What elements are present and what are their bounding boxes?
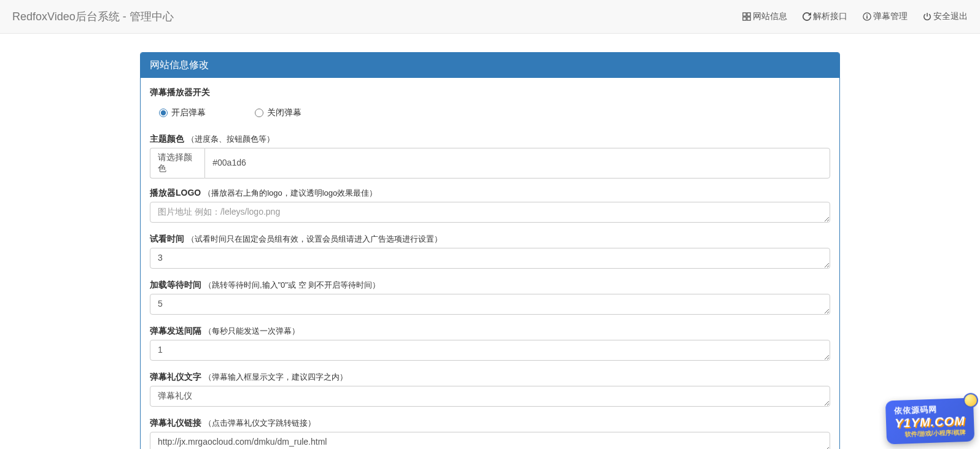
panel-title: 网站信息修改: [141, 53, 839, 78]
danmu-on-option[interactable]: 开启弹幕: [159, 107, 206, 118]
loading-wait-group: 加载等待时间 （跳转等待时间,输入"0"或 空 则不开启等待时间） 5: [150, 280, 830, 317]
radio-label: 关闭弹幕: [267, 107, 301, 118]
loading-wait-label: 加载等待时间 （跳转等待时间,输入"0"或 空 则不开启等待时间）: [150, 280, 830, 291]
refresh-icon: [803, 12, 811, 21]
settings-panel: 网站信息修改 弹幕播放器开关 开启弹幕 关闭弹幕 主题颜色: [140, 52, 840, 449]
watermark-sub: 软件/游戏/小程序/棋牌: [895, 428, 966, 439]
svg-rect-0: [743, 13, 746, 16]
color-picker-addon[interactable]: 请选择颜色: [150, 148, 204, 178]
nav-label: 解析接口: [813, 11, 847, 22]
danmu-interval-label: 弹幕发送间隔 （每秒只能发送一次弹幕）: [150, 326, 830, 337]
danmu-switch-label: 弹幕播放器开关: [150, 87, 830, 98]
player-logo-hint: （播放器右上角的logo，建议透明logo效果最佳）: [203, 188, 377, 198]
preview-time-hint: （试看时间只在固定会员组有效，设置会员组请进入广告选项进行设置）: [187, 234, 442, 244]
etiquette-link-label: 弹幕礼仪链接 （点击弹幕礼仪文字跳转链接）: [150, 418, 830, 429]
theme-color-input[interactable]: [204, 148, 830, 178]
loading-wait-hint: （跳转等待时间,输入"0"或 空 则不开启等待时间）: [204, 280, 380, 290]
danmu-interval-hint: （每秒只能发送一次弹幕）: [204, 326, 300, 336]
info-icon: [863, 12, 871, 21]
navbar: RedfoxVideo后台系统 - 管理中心 网站信息 解析接口 弹幕管理 安全…: [0, 0, 980, 34]
svg-rect-6: [866, 16, 868, 18]
svg-rect-2: [743, 17, 746, 20]
etiquette-text-label: 弹幕礼仪文字 （弹幕输入框显示文字，建议四字之内）: [150, 372, 830, 383]
preview-time-group: 试看时间 （试看时间只在固定会员组有效，设置会员组请进入广告选项进行设置） 3: [150, 234, 830, 271]
player-logo-input[interactable]: [150, 202, 830, 223]
svg-point-5: [866, 15, 868, 16]
danmu-switch-group: 弹幕播放器开关 开启弹幕 关闭弹幕: [150, 87, 830, 125]
danmu-interval-group: 弹幕发送间隔 （每秒只能发送一次弹幕） 1: [150, 326, 830, 363]
danmu-switch-options: 开启弹幕 关闭弹幕: [150, 101, 830, 125]
player-logo-label: 播放器LOGO （播放器右上角的logo，建议透明logo效果最佳）: [150, 188, 830, 199]
player-logo-group: 播放器LOGO （播放器右上角的logo，建议透明logo效果最佳）: [150, 188, 830, 224]
svg-rect-1: [747, 13, 750, 16]
nav-danmu-manage[interactable]: 弹幕管理: [863, 11, 908, 22]
watermark-badge: 依依源码网 Y1YM.COM 软件/游戏/小程序/棋牌: [885, 398, 974, 445]
power-icon: [923, 12, 931, 21]
app-title: RedfoxVideo后台系统 - 管理中心: [12, 9, 174, 24]
preview-time-label: 试看时间 （试看时间只在固定会员组有效，设置会员组请进入广告选项进行设置）: [150, 234, 830, 245]
etiquette-text-hint: （弹幕输入框显示文字，建议四字之内）: [204, 372, 348, 382]
theme-color-group: 主题颜色 （进度条、按钮颜色等） 请选择颜色: [150, 134, 830, 178]
danmu-off-radio[interactable]: [255, 109, 263, 117]
theme-color-input-group: 请选择颜色: [150, 148, 830, 178]
loading-wait-input[interactable]: 5: [150, 294, 830, 315]
etiquette-link-group: 弹幕礼仪链接 （点击弹幕礼仪文字跳转链接） http://jx.mrgaoclo…: [150, 418, 830, 449]
watermark-circle-icon: [963, 393, 978, 408]
nav-site-info[interactable]: 网站信息: [742, 11, 787, 22]
nav-label: 安全退出: [933, 11, 968, 22]
etiquette-text-group: 弹幕礼仪文字 （弹幕输入框显示文字，建议四字之内） 弹幕礼仪: [150, 372, 830, 409]
grid-icon: [742, 12, 751, 21]
etiquette-text-input[interactable]: 弹幕礼仪: [150, 386, 830, 407]
etiquette-link-input[interactable]: http://jx.mrgaocloud.com/dmku/dm_rule.ht…: [150, 432, 830, 449]
nav-label: 弹幕管理: [873, 11, 908, 22]
theme-color-label: 主题颜色 （进度条、按钮颜色等）: [150, 134, 830, 145]
nav-menu: 网站信息 解析接口 弹幕管理 安全退出: [742, 11, 968, 22]
danmu-on-radio[interactable]: [159, 109, 168, 117]
radio-label: 开启弹幕: [171, 107, 206, 118]
svg-rect-3: [747, 17, 750, 20]
danmu-interval-input[interactable]: 1: [150, 340, 830, 361]
panel-body: 弹幕播放器开关 开启弹幕 关闭弹幕 主题颜色 （进度条、按钮颜色等）: [141, 78, 839, 449]
etiquette-link-hint: （点击弹幕礼仪文字跳转链接）: [204, 418, 316, 428]
nav-label: 网站信息: [753, 11, 787, 22]
danmu-off-option[interactable]: 关闭弹幕: [255, 107, 301, 118]
nav-logout[interactable]: 安全退出: [923, 11, 968, 22]
nav-parse-api[interactable]: 解析接口: [803, 11, 847, 22]
theme-color-hint: （进度条、按钮颜色等）: [187, 134, 274, 144]
main-container: 网站信息修改 弹幕播放器开关 开启弹幕 关闭弹幕 主题颜色: [131, 52, 849, 449]
preview-time-input[interactable]: 3: [150, 248, 830, 269]
